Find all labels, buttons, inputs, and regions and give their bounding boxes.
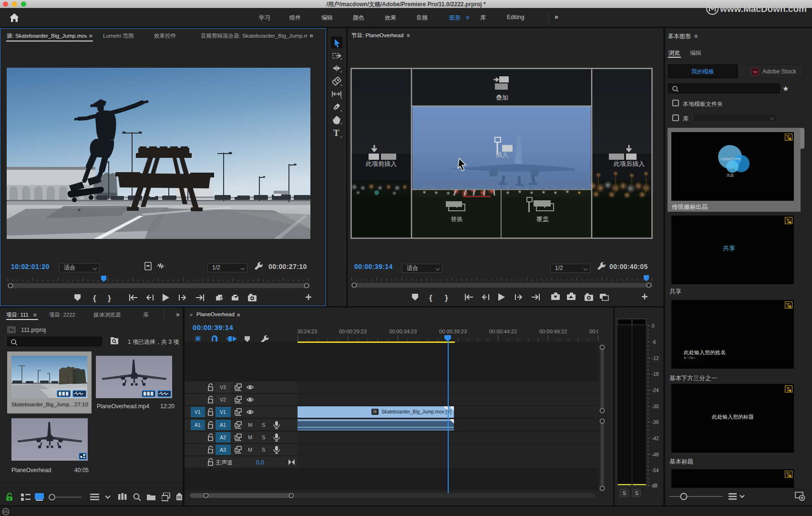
svg-text:}: } — [108, 294, 111, 303]
svg-text:此项前插入: 此项前插入 — [366, 160, 397, 167]
svg-text:T: T — [333, 128, 339, 138]
svg-text:替换: 替换 — [451, 216, 463, 223]
svg-text:V1: V1 — [195, 409, 201, 415]
svg-text:0: 0 — [652, 323, 655, 329]
svg-text:A3: A3 — [220, 447, 226, 453]
svg-text:0.0: 0.0 — [256, 459, 264, 466]
svg-text:V1: V1 — [220, 409, 226, 415]
svg-text:{: { — [429, 293, 432, 302]
svg-text:S: S — [262, 422, 265, 428]
svg-text:S: S — [623, 491, 626, 496]
svg-text:此项后插入: 此项后插入 — [614, 160, 645, 167]
svg-text:S: S — [262, 434, 265, 440]
svg-text:LOGOTYPE: LOGOTYPE — [721, 157, 740, 161]
svg-text:M: M — [248, 422, 252, 428]
svg-text:A1: A1 — [195, 422, 201, 428]
svg-text:M: M — [248, 447, 252, 453]
svg-text:S: S — [262, 447, 265, 453]
svg-text:}: } — [445, 293, 448, 302]
svg-text:-42: -42 — [652, 436, 659, 441]
svg-text:V3: V3 — [220, 384, 226, 390]
svg-text:A1: A1 — [220, 422, 226, 428]
svg-text:A2: A2 — [220, 434, 226, 440]
svg-text:叠加: 叠加 — [496, 94, 508, 101]
svg-text:-54: -54 — [652, 468, 659, 473]
svg-text:dB: dB — [652, 483, 658, 488]
svg-text:出品: 出品 — [727, 173, 734, 177]
svg-text:插入: 插入 — [495, 151, 508, 158]
svg-text:{: { — [93, 294, 96, 303]
svg-text:覆盖: 覆盖 — [536, 216, 549, 223]
svg-text:-48: -48 — [652, 452, 659, 457]
svg-text:M: M — [248, 434, 252, 440]
svg-text:V2: V2 — [220, 397, 226, 402]
svg-text:S: S — [635, 491, 638, 496]
svg-text:主声道: 主声道 — [216, 459, 233, 466]
svg-text:-18: -18 — [652, 372, 659, 377]
svg-text:-30: -30 — [652, 404, 659, 409]
svg-text:-36: -36 — [652, 420, 659, 425]
svg-text:-12: -12 — [652, 356, 659, 361]
svg-text:-6: -6 — [652, 340, 656, 345]
svg-text:-24: -24 — [652, 388, 659, 393]
svg-text:www.MacDown.com: www.MacDown.com — [719, 4, 807, 14]
